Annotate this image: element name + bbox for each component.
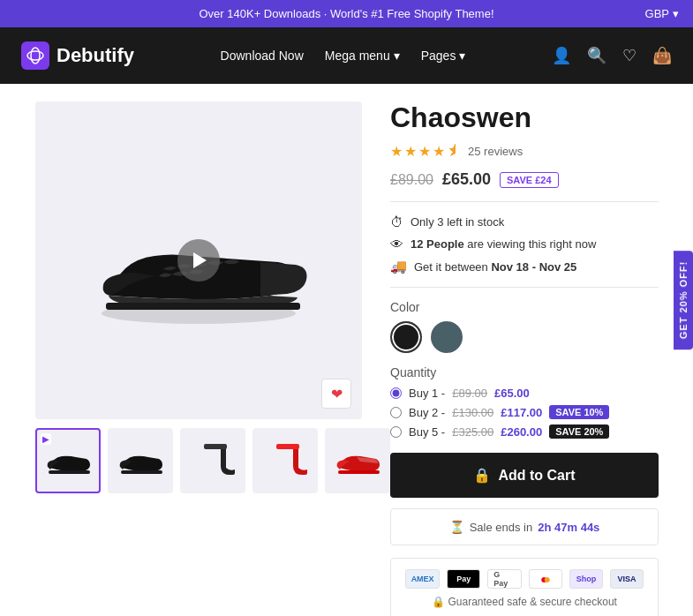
star-1: ★ (390, 143, 403, 160)
save-10-badge: SAVE 10% (549, 405, 609, 419)
color-label: Color (390, 300, 659, 314)
svg-rect-4 (49, 470, 90, 474)
payment-section: AMEX Pay G Pay ●● Shop VISA 🔒 Guaranteed… (390, 558, 659, 616)
svg-point-1 (31, 48, 40, 64)
sale-timer: ⏳ Sale ends in 2h 47m 44s (390, 508, 659, 545)
viewers-info: 👁 12 People are viewing this right now (390, 237, 659, 252)
mastercard-icon: ●● (529, 569, 562, 589)
clock-icon: ⏱ (390, 214, 403, 229)
discount-badge[interactable]: GET 20% OFF! (674, 251, 693, 349)
svg-rect-6 (204, 444, 227, 449)
header: Debutify Chaoswen Download Now Mega menu… (0, 27, 693, 84)
banner-text: Over 140K+ Downloads · World's #1 Free S… (199, 7, 493, 20)
color-swatch-darkgray[interactable] (431, 321, 463, 353)
svg-rect-8 (338, 470, 380, 474)
main-nav: Chaoswen Download Now Mega menu ▾ Pages … (221, 49, 466, 63)
nav-pages[interactable]: Pages ▾ (421, 49, 466, 63)
reviews-row: ★ ★ ★ ★ ⯨ 25 reviews (390, 143, 659, 160)
delivery-info: 🚚 Get it between Nov 18 - Nov 25 (390, 259, 659, 274)
hourglass-icon: ⏳ (449, 520, 464, 534)
main-product-image: ❤ (35, 101, 362, 419)
svg-point-0 (27, 51, 43, 60)
quantity-option-1[interactable]: Buy 1 - £89.00 £65.00 (390, 387, 659, 400)
sale-ends-label: Sale ends in (470, 521, 533, 534)
wishlist-button[interactable]: ❤ (321, 379, 351, 409)
save-20-badge: SAVE 20% (549, 424, 609, 439)
stock-text: Only 3 left in stock (411, 215, 504, 229)
logo[interactable]: Debutify (21, 41, 134, 70)
wishlist-icon[interactable]: ♡ (622, 46, 637, 65)
secure-checkout-text: 🔒 Guaranteed safe & secure checkout (432, 596, 617, 608)
viewers-bold: 12 People (411, 237, 464, 251)
main-content: ❤ (0, 84, 693, 616)
heart-icon: ❤ (331, 386, 343, 402)
stock-info: ⏱ Only 3 left in stock (390, 214, 659, 229)
star-4: ★ (433, 143, 445, 160)
gpay-icon: G Pay (487, 569, 522, 589)
top-banner: Over 140K+ Downloads · World's #1 Free S… (0, 0, 693, 27)
delivery-dates: Nov 18 - Nov 25 (491, 260, 576, 274)
quantity-option-2[interactable]: Buy 2 - £130.00 £117.00 SAVE 10% (390, 405, 659, 419)
thumbnail-2[interactable] (108, 428, 173, 493)
add-to-cart-button[interactable]: 🔒 Add to Cart (390, 453, 659, 498)
thumbnail-4[interactable] (252, 428, 318, 493)
cart-icon[interactable]: 👜 (652, 46, 672, 65)
star-3: ★ (418, 143, 431, 160)
product-title: Chaoswen (390, 101, 659, 134)
quantity-options: Buy 1 - £89.00 £65.00 Buy 2 - £130.00 £1… (390, 387, 659, 439)
play-icon (193, 252, 207, 268)
visa-icon: VISA (610, 569, 644, 589)
svg-rect-7 (276, 444, 299, 449)
star-2: ★ (404, 143, 417, 160)
thumbnail-3[interactable] (180, 428, 245, 493)
shopify-icon: Shop (569, 569, 603, 589)
logo-icon (21, 41, 49, 70)
price-row: £89.00 £65.00 SAVE £24 (390, 170, 659, 189)
thumbnail-5[interactable] (325, 428, 390, 493)
quantity-option-3[interactable]: Buy 5 - £325.00 £260.00 SAVE 20% (390, 424, 659, 439)
timer-time: 2h 47m 44s (538, 521, 599, 534)
color-swatch-black[interactable] (390, 321, 422, 353)
truck-icon: 🚚 (390, 259, 407, 274)
star-rating: ★ ★ ★ ★ ⯨ (390, 143, 461, 160)
quantity-label: Quantity (390, 365, 659, 379)
original-price: £89.00 (390, 172, 433, 188)
nav-download-now[interactable]: Download Now (221, 49, 304, 63)
payment-icons: AMEX Pay G Pay ●● Shop VISA (405, 569, 644, 589)
svg-rect-3 (106, 303, 300, 310)
currency-selector[interactable]: GBP ▾ (645, 7, 679, 20)
applepay-icon: Pay (447, 569, 480, 589)
qty-radio-2[interactable] (390, 407, 402, 418)
secure-icon: 🔒 (432, 596, 445, 608)
color-swatches (390, 321, 659, 353)
amex-icon: AMEX (405, 569, 440, 589)
search-icon[interactable]: 🔍 (587, 46, 606, 65)
sale-price: £65.00 (442, 170, 491, 189)
delivery-text: Get it between Nov 18 - Nov 25 (414, 260, 576, 274)
svg-rect-5 (121, 470, 162, 474)
lock-icon: 🔒 (473, 467, 491, 484)
price-divider (390, 201, 659, 202)
nav-mega-menu[interactable]: Mega menu ▾ (325, 49, 400, 63)
add-to-cart-label: Add to Cart (498, 468, 575, 484)
save-badge: SAVE £24 (500, 172, 559, 188)
thumbnail-list (35, 428, 362, 493)
viewers-text: 12 People are viewing this right now (411, 237, 596, 251)
qty-radio-1[interactable] (390, 387, 402, 399)
product-images: ❤ (35, 101, 362, 616)
thumbnail-1[interactable] (35, 428, 101, 493)
review-count: 25 reviews (468, 145, 523, 158)
eye-icon: 👁 (390, 237, 403, 252)
header-icons: 👤 🔍 ♡ 👜 (552, 46, 672, 65)
star-half: ⯨ (447, 143, 461, 160)
user-icon[interactable]: 👤 (552, 46, 571, 65)
qty-radio-3[interactable] (390, 426, 402, 438)
play-button[interactable] (177, 239, 220, 282)
info-divider (390, 287, 659, 288)
product-details: Chaoswen ★ ★ ★ ★ ⯨ 25 reviews £89.00 £65… (390, 101, 659, 616)
